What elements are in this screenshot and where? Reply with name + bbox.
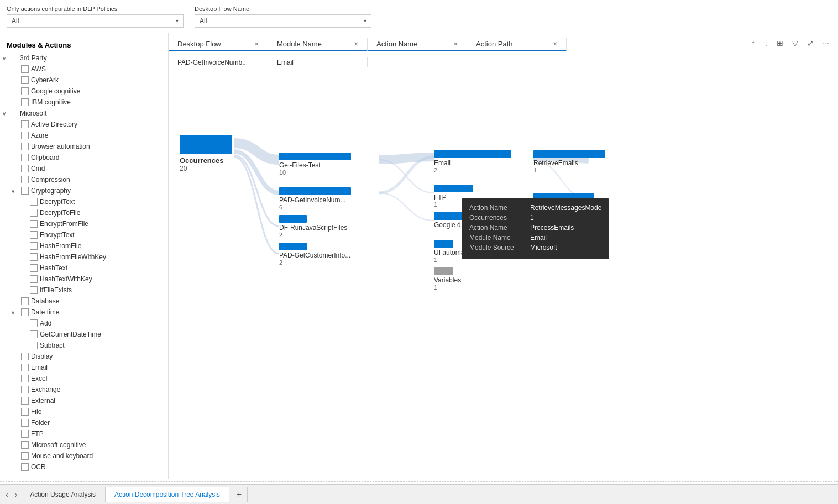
checkbox-18[interactable] <box>30 253 38 261</box>
flow-node-pad-customer[interactable]: PAD-GetCustomerInfo... 2 <box>279 243 350 266</box>
sidebar-item-16[interactable]: EncryptText <box>0 229 168 240</box>
sidebar-item-10[interactable]: Cmd <box>0 163 168 174</box>
sidebar-item-15[interactable]: EncryptFromFile <box>0 218 168 229</box>
sort-desc-icon[interactable]: ↓ <box>762 38 770 49</box>
sidebar-item-24[interactable]: Add <box>0 318 168 329</box>
filter-icon[interactable]: ▽ <box>790 38 800 49</box>
sidebar-item-23[interactable]: ∨Date time <box>0 307 168 318</box>
filter-dlp-dropdown[interactable]: All ▾ <box>7 14 184 28</box>
sidebar-item-26[interactable]: Subtract <box>0 340 168 351</box>
checkbox-9[interactable] <box>21 154 29 161</box>
sidebar-item-5[interactable]: ∨Microsoft <box>0 108 168 119</box>
sidebar-item-30[interactable]: Exchange <box>0 384 168 395</box>
flow-node-retrieve-emails[interactable]: RetrieveEmails 1 <box>533 150 605 174</box>
checkbox-6[interactable] <box>21 120 29 128</box>
sidebar-item-8[interactable]: Browser automation <box>0 141 168 152</box>
sidebar-item-25[interactable]: GetCurrentDateTime <box>0 329 168 340</box>
col-action-path-close[interactable]: ✕ <box>553 41 557 47</box>
sidebar-item-34[interactable]: FTP <box>0 428 168 439</box>
checkbox-27[interactable] <box>21 353 29 360</box>
checkbox-14[interactable] <box>30 209 38 217</box>
filter-flow-dropdown[interactable]: All ▾ <box>195 14 371 28</box>
checkbox-11[interactable] <box>21 176 29 183</box>
checkbox-20[interactable] <box>30 275 38 283</box>
checkbox-19[interactable] <box>30 264 38 272</box>
checkbox-7[interactable] <box>21 132 29 139</box>
checkbox-21[interactable] <box>30 286 38 294</box>
checkbox-13[interactable] <box>30 198 38 206</box>
sidebar-item-33[interactable]: Folder <box>0 417 168 428</box>
sidebar-item-21[interactable]: IfFileExists <box>0 285 168 296</box>
col-desktop-flow-close[interactable]: ✕ <box>254 41 259 47</box>
checkbox-36[interactable] <box>21 452 29 460</box>
checkbox-35[interactable] <box>21 441 29 449</box>
sidebar-item-19[interactable]: HashText <box>0 262 168 274</box>
sidebar-item-17[interactable]: HashFromFile <box>0 240 168 251</box>
sidebar-item-11[interactable]: Compression <box>0 174 168 185</box>
tab-nav-next[interactable]: › <box>12 488 21 501</box>
sidebar-item-2[interactable]: CyberArk <box>0 75 168 86</box>
tab-action-usage[interactable]: Action Usage Analysis <box>20 487 105 502</box>
checkbox-32[interactable] <box>21 408 29 416</box>
checkbox-24[interactable] <box>30 319 38 327</box>
checkbox-17[interactable] <box>30 242 38 250</box>
checkbox-33[interactable] <box>21 419 29 427</box>
flow-node-get-files[interactable]: Get-Files-Test 10 <box>279 153 351 176</box>
sidebar-item-6[interactable]: Active Directory <box>0 119 168 130</box>
sidebar-item-1[interactable]: AWS <box>0 64 168 75</box>
tab-action-decomp[interactable]: Action Decomposition Tree Analysis <box>105 487 229 502</box>
hierarchy-icon[interactable]: ⊞ <box>774 38 785 49</box>
sidebar-item-22[interactable]: Database <box>0 296 168 307</box>
expand-icon[interactable]: ⤢ <box>805 38 816 49</box>
checkbox-15[interactable] <box>30 220 38 228</box>
sidebar-item-18[interactable]: HashFromFileWithKey <box>0 251 168 262</box>
col-module-name-close[interactable]: ✕ <box>354 41 358 47</box>
sidebar-item-12[interactable]: ∨Cryptography <box>0 185 168 196</box>
sidebar-item-28[interactable]: Email <box>0 362 168 373</box>
tooltip-val-3: ProcessEmails <box>530 224 574 232</box>
sort-asc-icon[interactable]: ↑ <box>749 38 757 49</box>
checkbox-29[interactable] <box>21 375 29 382</box>
flow-node-variables[interactable]: Variables 1 <box>434 267 461 291</box>
checkbox-2[interactable] <box>21 76 29 84</box>
sidebar-item-20[interactable]: HashTextWithKey <box>0 274 168 285</box>
flow-node-pad-invoice[interactable]: PAD-GetInvoiceNum... 6 <box>279 187 351 211</box>
checkbox-25[interactable] <box>30 330 38 338</box>
col-action-name-close[interactable]: ✕ <box>453 41 458 47</box>
sidebar-item-31[interactable]: External <box>0 395 168 406</box>
checkbox-31[interactable] <box>21 397 29 405</box>
checkbox-37[interactable] <box>21 463 29 471</box>
checkbox-10[interactable] <box>21 165 29 172</box>
sidebar-item-9[interactable]: Clipboard <box>0 152 168 163</box>
tab-nav-prev[interactable]: ‹ <box>2 488 12 501</box>
more-icon[interactable]: ··· <box>820 38 831 49</box>
flow-node-email[interactable]: Email 2 <box>434 150 511 174</box>
sidebar-item-32[interactable]: File <box>0 406 168 417</box>
checkbox-3[interactable] <box>21 87 29 95</box>
checkbox-30[interactable] <box>21 386 29 393</box>
sidebar-item-29[interactable]: Excel <box>0 373 168 384</box>
checkbox-12[interactable] <box>21 187 29 195</box>
checkbox-16[interactable] <box>30 231 38 239</box>
sidebar-item-14[interactable]: DecryptToFile <box>0 207 168 218</box>
checkbox-26[interactable] <box>30 342 38 349</box>
checkbox-1[interactable] <box>21 65 29 73</box>
sidebar-item-3[interactable]: Google cognitive <box>0 86 168 97</box>
sidebar-item-27[interactable]: Display <box>0 351 168 362</box>
checkbox-28[interactable] <box>21 364 29 371</box>
checkbox-34[interactable] <box>21 430 29 438</box>
sidebar-item-35[interactable]: Microsoft cognitive <box>0 439 168 450</box>
filter-group-dlp: Only actions configurable in DLP Policie… <box>7 6 184 28</box>
sidebar-item-37[interactable]: OCR <box>0 461 168 473</box>
sidebar-item-13[interactable]: DecryptText <box>0 196 168 207</box>
checkbox-22[interactable] <box>21 297 29 305</box>
sidebar-item-4[interactable]: IBM cognitive <box>0 97 168 108</box>
tab-add-button[interactable]: + <box>231 487 248 502</box>
sidebar-item-0[interactable]: ∨3rd Party <box>0 53 168 64</box>
checkbox-8[interactable] <box>21 143 29 150</box>
checkbox-23[interactable] <box>21 308 29 316</box>
checkbox-4[interactable] <box>21 98 29 106</box>
sidebar-item-7[interactable]: Azure <box>0 130 168 141</box>
flow-node-df-run[interactable]: DF-RunJavaScriptFiles 2 <box>279 215 347 238</box>
sidebar-item-36[interactable]: Mouse and keyboard <box>0 450 168 461</box>
